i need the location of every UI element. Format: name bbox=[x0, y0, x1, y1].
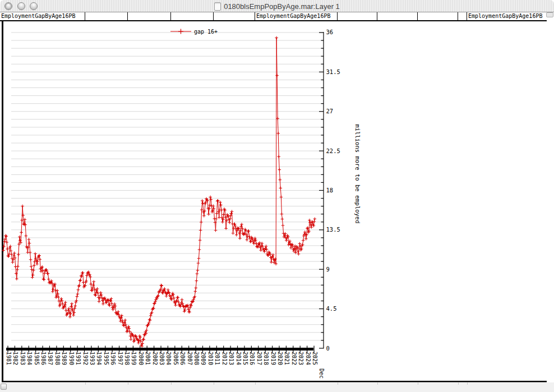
x-tick-label: 1989 bbox=[61, 352, 67, 365]
x-tick-label: 2010 bbox=[207, 352, 214, 365]
x-tick-label: 2007 bbox=[187, 352, 193, 365]
scroll-nub[interactable] bbox=[1, 384, 7, 390]
header-cell-8[interactable] bbox=[377, 12, 418, 20]
x-tick-label: 2019 bbox=[270, 352, 276, 365]
x-tick-label: 1998 bbox=[124, 352, 130, 365]
x-tick-label: 2020 bbox=[277, 352, 283, 365]
chart-canvas: 04.5913.51822.52731.536millions more to … bbox=[0, 0, 554, 392]
strip-separator bbox=[377, 382, 378, 385]
bottom-strip bbox=[0, 382, 554, 392]
app-window: 04.5913.51822.52731.536millions more to … bbox=[0, 0, 554, 392]
y-tick-label: 9 bbox=[326, 266, 330, 273]
x-axis: 1981198219831984198519861987198819891990… bbox=[6, 346, 325, 379]
x-tick-label: 2012 bbox=[221, 352, 228, 365]
x-tick-label: 2024 bbox=[305, 352, 311, 365]
x-tick-label: 1993 bbox=[89, 352, 95, 365]
x-tick-label: 2008 bbox=[193, 352, 200, 365]
header-cell-7[interactable] bbox=[338, 12, 377, 20]
x-tick-label: 1994 bbox=[96, 352, 102, 365]
strip-separator bbox=[128, 382, 128, 385]
x-tick-label: 2016 bbox=[249, 352, 255, 365]
x-tick-label: 2011 bbox=[214, 352, 220, 365]
x-tick-label: 2004 bbox=[165, 352, 172, 365]
header-cell-11[interactable]: EmploymentGapByAge16PB bbox=[467, 12, 547, 20]
y-tick-label: 4.5 bbox=[326, 305, 337, 312]
y-tick-label: 36 bbox=[326, 29, 334, 35]
header-cell-2[interactable] bbox=[85, 12, 128, 20]
x-tick-label: 2022 bbox=[291, 352, 297, 365]
content-frame bbox=[2, 21, 547, 382]
x-tick-label: 2023 bbox=[298, 352, 304, 365]
header-cell-4[interactable] bbox=[171, 12, 214, 20]
x-tick-label: 1987 bbox=[47, 352, 53, 365]
header-cell-6[interactable]: EmploymentGapByAge16PB bbox=[255, 12, 338, 20]
strip-separator bbox=[85, 382, 86, 385]
y-axis: 04.5913.51822.52731.536 bbox=[319, 29, 340, 351]
y-tick-label: 0 bbox=[326, 345, 330, 352]
legend-label: gap 16+ bbox=[194, 29, 218, 35]
x-tick-label: 1985 bbox=[34, 352, 40, 365]
x-tick-label: 1983 bbox=[20, 352, 26, 365]
x-tick-label: 2018 bbox=[263, 352, 269, 365]
x-tick-label: 2013 bbox=[228, 352, 234, 365]
strip-separator bbox=[171, 382, 172, 385]
x-tick-label: 1981 bbox=[6, 352, 12, 365]
header-cell-10[interactable] bbox=[458, 12, 467, 20]
x-tick-label: 1992 bbox=[82, 352, 89, 365]
y-tick-label: 27 bbox=[326, 108, 334, 114]
x-tick-label: 2000 bbox=[138, 352, 144, 365]
document-icon bbox=[214, 2, 221, 11]
series-line-gap16 bbox=[3, 38, 315, 346]
y-tick-label: 31.5 bbox=[326, 68, 340, 75]
strip-separator bbox=[458, 382, 459, 385]
x-tick-label: 2014 bbox=[236, 352, 242, 365]
y-tick-label: 22.5 bbox=[326, 147, 340, 154]
x-tick-label: 2025 bbox=[312, 352, 318, 365]
strip-separator bbox=[214, 382, 214, 385]
window-titlebar[interactable]: 0180blsEmpPopByAge.mar:Layer 1 bbox=[0, 0, 554, 12]
y-tick-label: 13.5 bbox=[326, 226, 340, 233]
strip-separator bbox=[467, 382, 468, 385]
x-tick-label: 2015 bbox=[242, 352, 248, 365]
x-tick-label: 1999 bbox=[131, 352, 137, 365]
strip-separator bbox=[338, 382, 338, 385]
legend: gap 16+ bbox=[170, 29, 218, 35]
x-tick-label: 1990 bbox=[68, 352, 75, 365]
x-tick-label: 2001 bbox=[145, 352, 151, 365]
header-cell-3[interactable] bbox=[128, 12, 171, 20]
x-final-label: Dec bbox=[318, 368, 325, 379]
x-tick-label: 2002 bbox=[152, 352, 158, 365]
y-tick-label: 18 bbox=[326, 187, 334, 193]
x-tick-label: 1982 bbox=[12, 352, 19, 365]
header-cell-9[interactable] bbox=[418, 12, 458, 20]
header-cell-5[interactable] bbox=[214, 12, 255, 20]
x-tick-label: 1996 bbox=[110, 352, 116, 365]
header-row: EmploymentGapByAge16PB EmploymentGapByAg… bbox=[0, 12, 547, 21]
x-tick-label: 2006 bbox=[179, 352, 186, 365]
x-tick-label: 2009 bbox=[200, 352, 206, 365]
x-tick-label: 1988 bbox=[54, 352, 61, 365]
y-axis-title: millions more to be employed bbox=[354, 124, 361, 223]
x-tick-label: 1991 bbox=[75, 352, 81, 365]
x-tick-label: 2021 bbox=[284, 352, 290, 365]
strip-separator bbox=[255, 382, 256, 385]
header-corner-widget[interactable] bbox=[546, 12, 553, 17]
x-tick-label: 1997 bbox=[117, 352, 123, 365]
strip-separator bbox=[418, 382, 418, 385]
x-tick-label: 1995 bbox=[103, 352, 109, 365]
x-tick-label: 2017 bbox=[256, 352, 262, 365]
title-group: 0180blsEmpPopByAge.mar:Layer 1 bbox=[0, 0, 554, 12]
header-cell-1[interactable]: EmploymentGapByAge16PB bbox=[0, 12, 85, 20]
x-tick-label: 1986 bbox=[40, 352, 47, 365]
x-tick-label: 1984 bbox=[26, 352, 33, 365]
window-title: 0180blsEmpPopByAge.mar:Layer 1 bbox=[224, 2, 340, 11]
x-tick-label: 2003 bbox=[159, 352, 165, 365]
x-tick-label: 2005 bbox=[173, 352, 179, 365]
